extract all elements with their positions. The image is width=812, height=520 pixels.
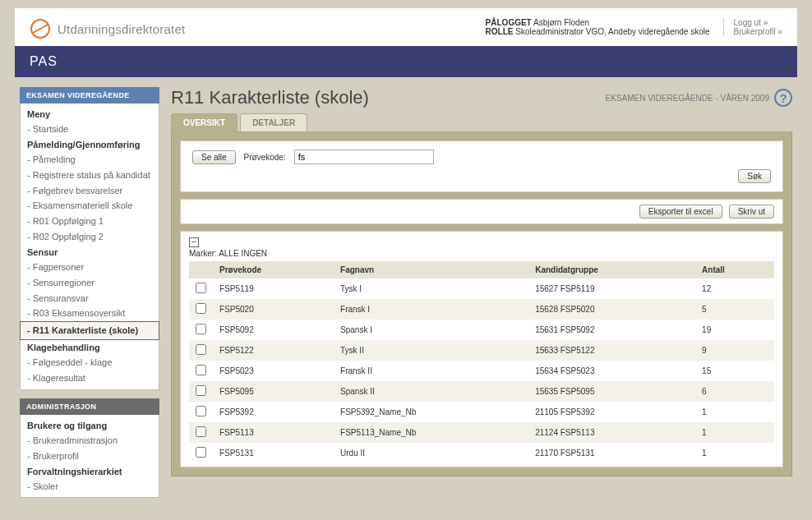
help-icon[interactable]: ? xyxy=(774,89,792,107)
row-checkbox[interactable] xyxy=(196,447,206,458)
sidebar-header-eksamen: EKSAMEN VIDEREGÅENDE xyxy=(20,87,159,104)
tabs: OVERSIKT DETALJER xyxy=(171,113,792,132)
sidebar-item[interactable]: - Fagpersoner xyxy=(21,260,159,275)
profile-link[interactable]: Brukerprofil » xyxy=(734,27,782,36)
marker-label: Marker: xyxy=(189,249,217,258)
sidebar-group-title: Klagebehandling xyxy=(21,340,159,355)
row-checkbox[interactable] xyxy=(196,283,206,293)
logged-label: PÅLOGGET xyxy=(486,18,532,27)
row-checkbox[interactable] xyxy=(196,324,206,334)
th-fagnavn[interactable]: Fagnavn xyxy=(334,261,528,278)
cell-fagnavn: Tysk I xyxy=(334,278,528,299)
row-checkbox[interactable] xyxy=(196,426,206,437)
collapse-toggle-icon[interactable]: − xyxy=(189,237,199,247)
sidebar-group-title: Meny xyxy=(21,107,159,122)
cell-kandidatgruppe: 15633 FSP5122 xyxy=(528,340,695,361)
marker-alle-link[interactable]: ALLE xyxy=(219,249,238,258)
print-button[interactable]: Skriv ut xyxy=(729,205,774,219)
th-provekode[interactable]: Prøvekode xyxy=(213,261,334,278)
cell-kandidatgruppe: 21124 FSP5113 xyxy=(528,422,695,443)
sidebar-item[interactable]: - Brukerprofil xyxy=(21,449,159,464)
row-checkbox[interactable] xyxy=(196,365,206,375)
row-checkbox[interactable] xyxy=(196,303,206,314)
sidebar-item[interactable]: - Eksamensmateriell skole xyxy=(21,198,159,214)
provekode-input[interactable] xyxy=(294,150,434,164)
cell-antall: 1 xyxy=(695,443,774,463)
sidebar-group-title: Forvaltningshierarkiet xyxy=(21,464,159,479)
page-title: R11 Karakterliste (skole) xyxy=(171,87,369,108)
cell-fagnavn: Spansk II xyxy=(334,381,528,402)
cell-fagnavn: Urdu II xyxy=(334,443,528,463)
cell-provekode: FSP5092 xyxy=(213,320,334,340)
sidebar-item[interactable]: - R11 Karakterliste (skole) xyxy=(20,321,159,340)
table-row: FSP5023Fransk II15634 FSP502315 xyxy=(189,361,774,381)
sidebar-item[interactable]: - Følgeseddel - klage xyxy=(21,355,159,370)
tab-oversikt[interactable]: OVERSIKT xyxy=(171,113,238,131)
th-antall[interactable]: Antall xyxy=(695,261,774,278)
sidebar-item[interactable]: - Skoler xyxy=(21,479,159,495)
logo-area: Utdanningsdirektoratet xyxy=(30,18,185,39)
logged-name: Asbjørn Floden xyxy=(533,18,589,27)
table-row: FSP5092Spansk I15631 FSP509219 xyxy=(189,320,774,340)
user-info: PÅLOGGET Asbjørn Floden ROLLE Skoleadmin… xyxy=(486,18,782,36)
action-row: Eksporter til excel Skriv ut xyxy=(180,199,783,224)
marker-ingen-link[interactable]: INGEN xyxy=(241,249,267,258)
sidebar-item[interactable]: - Sensuransvar xyxy=(21,291,159,306)
sidebar-group-title: Brukere og tilgang xyxy=(21,418,159,433)
cell-provekode: FSP5023 xyxy=(213,361,334,381)
row-checkbox[interactable] xyxy=(196,406,206,416)
filter-box: Se alle Prøvekode: Søk xyxy=(180,140,783,192)
context-label: EKSAMEN VIDEREGÅENDE - VÅREN 2009 xyxy=(605,94,769,103)
row-checkbox[interactable] xyxy=(196,385,206,396)
cell-provekode: FSP5113 xyxy=(213,422,334,443)
cell-fagnavn: Fransk I xyxy=(334,299,528,320)
logout-link[interactable]: Logg ut » xyxy=(734,18,768,27)
cell-antall: 5 xyxy=(695,299,774,320)
sidebar-item[interactable]: - Klageresultat xyxy=(21,370,159,386)
see-all-button[interactable]: Se alle xyxy=(192,150,236,164)
row-checkbox[interactable] xyxy=(196,344,206,355)
cell-fagnavn: FSP5392_Name_Nb xyxy=(334,402,528,422)
brand-name: Utdanningsdirektoratet xyxy=(58,22,185,36)
cell-kandidatgruppe: 15631 FSP5092 xyxy=(528,320,695,340)
th-kandidatgruppe[interactable]: Kandidatgruppe xyxy=(528,261,695,278)
role-label: ROLLE xyxy=(486,27,514,36)
table-row: FSP5131Urdu II21170 FSP51311 xyxy=(189,443,774,463)
cell-provekode: FSP5392 xyxy=(213,402,334,422)
sidebar-item[interactable]: - R02 Oppfølging 2 xyxy=(21,229,159,245)
cell-kandidatgruppe: 15634 FSP5023 xyxy=(528,361,695,381)
sidebar-item[interactable]: - R03 Eksamensoversikt xyxy=(21,306,159,321)
cell-fagnavn: Fransk II xyxy=(334,361,528,381)
cell-fagnavn: Spansk I xyxy=(334,320,528,340)
tab-panel: Se alle Prøvekode: Søk Eksporter til exc… xyxy=(171,132,792,476)
sidebar-item[interactable]: - Sensurregioner xyxy=(21,275,159,291)
app-bar: PAS xyxy=(15,46,797,77)
cell-antall: 15 xyxy=(695,361,774,381)
table-row: FSP5095Spansk II15635 FSP50956 xyxy=(189,381,774,402)
search-button[interactable]: Søk xyxy=(738,169,771,183)
sidebar-item[interactable]: - Brukeradministrasjon xyxy=(21,433,159,449)
cell-antall: 1 xyxy=(695,422,774,443)
svg-line-1 xyxy=(33,25,48,33)
sidebar-item[interactable]: - Registrere status på kandidat xyxy=(21,168,159,183)
cell-provekode: FSP5131 xyxy=(213,443,334,463)
sidebar-item[interactable]: - Startside xyxy=(21,122,159,137)
sidebar-item[interactable]: - Følgebrev besvarelser xyxy=(21,183,159,199)
cell-kandidatgruppe: 15635 FSP5095 xyxy=(528,381,695,402)
cell-fagnavn: Tysk II xyxy=(334,340,528,361)
table-row: FSP5119Tysk I15627 FSP511912 xyxy=(189,278,774,299)
cell-provekode: FSP5020 xyxy=(213,299,334,320)
tab-detaljer[interactable]: DETALJER xyxy=(240,113,307,131)
table-row: FSP5392FSP5392_Name_Nb21105 FSP53921 xyxy=(189,402,774,422)
cell-kandidatgruppe: 15627 FSP5119 xyxy=(528,278,695,299)
top-bar: Utdanningsdirektoratet PÅLOGGET Asbjørn … xyxy=(15,8,797,46)
export-button[interactable]: Eksporter til excel xyxy=(639,205,722,219)
sidebar-item[interactable]: - R01 Oppfølging 1 xyxy=(21,214,159,229)
main-content: R11 Karakterliste (skole) EKSAMEN VIDERE… xyxy=(171,87,792,506)
sidebar-item[interactable]: - Påmelding xyxy=(21,152,159,168)
results-table: Prøvekode Fagnavn Kandidatgruppe Antall … xyxy=(189,261,774,463)
cell-antall: 12 xyxy=(695,278,774,299)
cell-antall: 19 xyxy=(695,320,774,340)
cell-kandidatgruppe: 15628 FSP5020 xyxy=(528,299,695,320)
table-row: FSP5020Fransk I15628 FSP50205 xyxy=(189,299,774,320)
